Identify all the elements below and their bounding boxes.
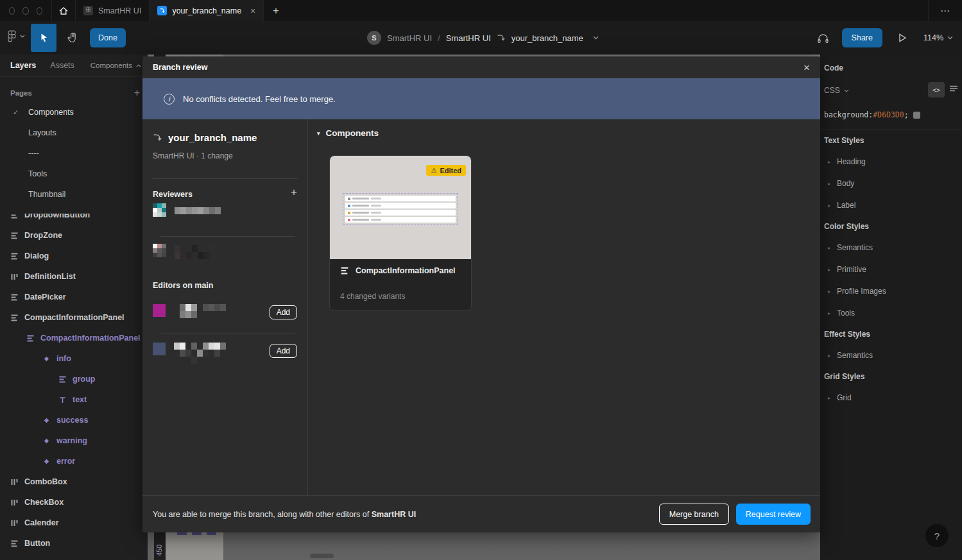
close-modal-button[interactable]: × <box>803 62 810 73</box>
layer-row[interactable]: Calender <box>0 513 148 533</box>
page-item-tools[interactable]: Tools <box>0 164 148 184</box>
cursor-arrow-icon <box>39 33 49 43</box>
present-play-icon[interactable] <box>898 33 907 43</box>
code-view-toggle[interactable]: <> <box>928 82 945 98</box>
style-item-heading[interactable]: ▸Heading <box>824 151 962 173</box>
avatar <box>153 203 166 217</box>
breadcrumb-file[interactable]: SmartHR UI <box>446 33 491 43</box>
expand-triangle-icon[interactable]: ▸ <box>824 159 837 165</box>
components-section-header[interactable]: ▾ Components <box>317 128 379 138</box>
zoom-level-control[interactable]: 114% <box>923 33 953 42</box>
style-item-profile-images[interactable]: ▸Profile Images <box>824 280 962 302</box>
add-editor-button[interactable]: Add <box>270 344 297 358</box>
expand-triangle-icon[interactable]: ▸ <box>824 245 837 251</box>
done-button[interactable]: Done <box>90 28 126 47</box>
home-button[interactable] <box>51 0 75 21</box>
tab-your-branch-name[interactable]: your_branch_name × <box>149 0 264 21</box>
editor-row <box>153 304 226 318</box>
hand-tool-button[interactable] <box>62 29 83 47</box>
layer-row[interactable]: info <box>0 348 148 369</box>
page-item-----[interactable]: ---- <box>0 143 148 164</box>
style-item-tools[interactable]: ▸Tools <box>824 302 962 324</box>
layer-row[interactable]: group <box>0 369 148 389</box>
expand-triangle-icon[interactable]: ▸ <box>824 267 837 273</box>
move-tool-button[interactable] <box>31 24 56 52</box>
layer-row[interactable]: warning <box>0 430 148 451</box>
layer-row[interactable]: Button <box>0 533 148 554</box>
layer-row[interactable]: CompactInformationPanel <box>0 307 148 328</box>
headphones-icon[interactable] <box>817 33 829 44</box>
window-controls[interactable] <box>0 0 51 21</box>
layer-label: DatePicker <box>24 293 66 301</box>
style-item-body[interactable]: ▸Body <box>824 173 962 194</box>
horizontal-scrollbar[interactable] <box>310 554 334 558</box>
variant-preview-group <box>343 193 458 225</box>
expand-triangle-icon[interactable]: ▸ <box>824 395 837 401</box>
layer-row[interactable]: success <box>0 410 148 430</box>
tab-assets[interactable]: Assets <box>50 61 74 70</box>
style-item-primitive[interactable]: ▸Primitive <box>824 259 962 280</box>
page-item-components[interactable]: ✓Components <box>0 102 148 123</box>
page-item-layouts[interactable]: Layouts <box>0 123 148 143</box>
layer-row[interactable]: CompactInformationPanel <box>0 328 148 348</box>
layer-row[interactable]: error <box>0 451 148 471</box>
new-tab-button[interactable]: + <box>264 0 288 21</box>
rows-layer-icon <box>10 252 19 260</box>
branch-meta: SmartHR UI · 1 change <box>153 151 233 160</box>
list-view-icon[interactable] <box>949 85 958 92</box>
request-review-button[interactable]: Request review <box>736 504 811 525</box>
expand-triangle-icon[interactable]: ▸ <box>824 353 837 359</box>
rows-layer-icon <box>10 232 19 240</box>
layer-row[interactable]: DefinitionList <box>0 266 148 287</box>
branch-icon <box>157 6 167 15</box>
chevron-down-icon <box>947 36 953 40</box>
window-minimize-button[interactable] <box>22 7 28 15</box>
layer-row[interactable]: text <box>0 389 148 410</box>
breadcrumb-project[interactable]: SmartHR UI <box>387 33 432 43</box>
chevron-down-icon[interactable] <box>593 36 599 40</box>
expand-triangle-icon[interactable]: ▸ <box>824 310 837 316</box>
style-item-label: Heading <box>837 157 866 166</box>
layer-row[interactable]: DropZone <box>0 225 148 246</box>
merge-branch-button[interactable]: Merge branch <box>659 504 729 525</box>
layer-row[interactable]: DropdownButton <box>0 205 148 225</box>
tab-smarthr-ui[interactable]: SmartHR UI <box>75 0 149 21</box>
close-tab-icon[interactable]: × <box>250 6 255 16</box>
redacted-name <box>175 245 221 259</box>
add-page-button[interactable]: + <box>134 87 140 99</box>
page-item-thumbnail[interactable]: Thumbnail <box>0 184 148 205</box>
style-item-label[interactable]: ▸Label <box>824 194 962 216</box>
add-reviewer-button[interactable]: + <box>291 186 297 199</box>
tab-layers[interactable]: Layers <box>10 61 36 70</box>
breadcrumb-branch[interactable]: your_branch_name <box>511 33 583 43</box>
style-item-semantics[interactable]: ▸Semantics <box>824 344 962 366</box>
main-menu-button[interactable] <box>8 30 25 42</box>
help-button[interactable]: ? <box>925 524 949 547</box>
variant-preview-row <box>345 196 456 201</box>
edited-badge: ⚠ Edited <box>426 165 466 176</box>
window-close-button[interactable] <box>9 7 15 15</box>
layer-row[interactable]: CheckBox <box>0 492 148 513</box>
expand-triangle-icon[interactable]: ▸ <box>824 203 837 208</box>
code-language-select[interactable]: CSS <box>824 86 840 95</box>
expand-triangle-icon[interactable]: ▸ <box>824 289 837 294</box>
user-avatar[interactable]: S <box>367 31 381 45</box>
style-item-semantics[interactable]: ▸Semantics <box>824 237 962 259</box>
layer-row[interactable]: Dialog <box>0 246 148 266</box>
current-page-toggle[interactable]: Components <box>90 62 141 69</box>
figma-logo-icon <box>8 30 16 42</box>
rows-layer-icon <box>26 334 35 343</box>
style-item-grid[interactable]: ▸Grid <box>824 387 962 409</box>
diamond-layer-icon <box>42 355 51 363</box>
branch-title-row: your_branch_name <box>153 132 257 143</box>
add-editor-button[interactable]: Add <box>270 305 297 319</box>
window-maximize-button[interactable] <box>37 7 42 15</box>
more-options-button[interactable]: ⋯ <box>928 0 962 21</box>
component-change-card[interactable]: ⚠ Edited CompactInformationPanel 4 chang… <box>329 155 472 311</box>
css-declaration[interactable]: background: #D6D3D0; <box>824 110 962 119</box>
expand-triangle-icon[interactable]: ▸ <box>824 181 837 187</box>
layer-row[interactable]: ComboBox <box>0 471 148 492</box>
color-swatch[interactable] <box>913 112 920 119</box>
layer-row[interactable]: DatePicker <box>0 287 148 307</box>
share-button[interactable]: Share <box>842 28 882 47</box>
